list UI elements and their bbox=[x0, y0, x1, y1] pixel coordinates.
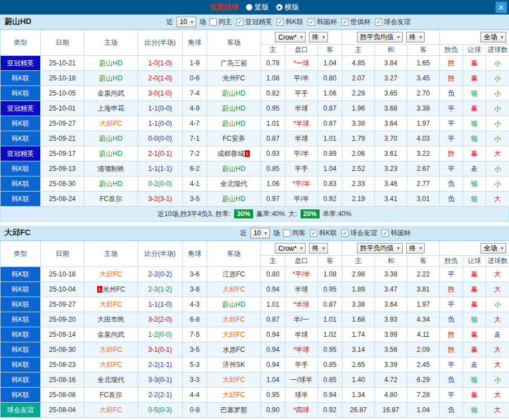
filter-label: 同客 bbox=[292, 228, 306, 238]
handicap-cell: 半球 bbox=[286, 101, 318, 116]
col-away: 客场 bbox=[207, 241, 261, 267]
goals-cell: 走 bbox=[486, 327, 509, 342]
avg-home-cell: 1.79 bbox=[342, 131, 375, 146]
team-name: 大邱FC bbox=[4, 228, 31, 238]
home-team-cell: FC首尔 bbox=[84, 388, 138, 403]
filter-checkbox[interactable]: ✓韩K联 bbox=[310, 228, 337, 238]
filter-checkbox[interactable]: ✓韩国杯 bbox=[382, 228, 411, 238]
avg-select[interactable]: 胜平负均值▼ bbox=[357, 32, 403, 42]
avg-away-cell: 3.45 bbox=[407, 71, 440, 86]
odds-company-select[interactable]: Crow*▼ bbox=[275, 32, 306, 42]
handicap-cell: 平手 bbox=[286, 357, 318, 373]
corner-cell: 6-2 bbox=[183, 161, 207, 176]
filter-checkbox[interactable]: 同客 bbox=[283, 228, 306, 238]
filter-checkbox[interactable]: ✓世俱杯 bbox=[341, 17, 370, 27]
layout-radio-vertical[interactable]: 竖版 bbox=[246, 2, 269, 12]
match-type-cell: 韩K联 bbox=[1, 388, 41, 403]
away-team-cell: 大邱FC bbox=[207, 282, 261, 297]
corner-cell: 7-1 bbox=[183, 131, 207, 146]
score-cell: 3-0(1-0) bbox=[138, 86, 183, 101]
handicap-cell: 平/半 bbox=[286, 192, 318, 207]
filter-checkbox[interactable]: ✓韩K联 bbox=[277, 17, 303, 27]
scope-select[interactable]: 全场▼ bbox=[481, 32, 506, 42]
avg-draw-cell: 3.99 bbox=[375, 327, 407, 342]
avg-state-select[interactable]: 终▼ bbox=[406, 32, 425, 42]
away-team-cell: 济州SK bbox=[207, 357, 261, 373]
filter-label: 球会友谊 bbox=[384, 17, 411, 27]
handicap-cell: *平/半 bbox=[286, 267, 318, 282]
home-team-cell: 蔚山HD bbox=[84, 176, 138, 192]
home-team-cell: 大邱FC bbox=[84, 297, 138, 312]
section-divider bbox=[0, 222, 509, 226]
odds-select-group: Crow*▼ 终▼ bbox=[261, 30, 342, 45]
match-row: 韩K联25-09-20大田市民3-2(2-0)6-8大邱FC0.87半/一1.0… bbox=[1, 312, 509, 327]
match-count-select[interactable]: 10 ▼ bbox=[177, 17, 196, 27]
scope-select[interactable]: 全场▼ bbox=[481, 243, 506, 254]
filter-checkbox-group: 同主✓亚冠精英✓韩K联✓韩国杯✓世俱杯✓球会友谊 bbox=[210, 17, 411, 27]
filter-checkbox[interactable]: ✓亚冠精英 bbox=[236, 17, 272, 27]
filter-checkbox[interactable]: 同主 bbox=[210, 17, 232, 27]
match-row: 韩K联25-09-13浦项制铁1-1(1-1)6-2蔚山HD0.85平手1.04… bbox=[1, 161, 509, 176]
goals-cell: 小 bbox=[486, 161, 509, 176]
result-cell: 负 bbox=[440, 176, 463, 192]
filter-checkbox[interactable]: ✓球会友谊 bbox=[341, 228, 377, 238]
avg-draw-cell: 3.84 bbox=[375, 56, 407, 71]
layout-radio-horizontal[interactable]: 横版 bbox=[276, 2, 299, 12]
corner-cell: 3-5 bbox=[183, 342, 207, 357]
odds-state-select[interactable]: 终▼ bbox=[309, 32, 328, 42]
filter-checkbox[interactable]: ✓韩国杯 bbox=[308, 17, 337, 27]
avg-state-select[interactable]: 终▼ bbox=[406, 243, 425, 254]
select-value: 全场 bbox=[484, 32, 497, 42]
filter-checkbox[interactable]: ✓球会友谊 bbox=[375, 17, 411, 27]
odds-away-cell: 1.02 bbox=[318, 327, 342, 342]
avg-away-cell: 2.77 bbox=[407, 176, 440, 192]
handicap-cell: 平/半 bbox=[286, 71, 318, 86]
score-cell: 2-1(0-1) bbox=[138, 146, 183, 161]
home-team-cell: 蔚山HD bbox=[84, 146, 138, 161]
avg-select[interactable]: 胜平负均值▼ bbox=[357, 243, 403, 254]
match-date-cell: 25-09-13 bbox=[41, 161, 84, 176]
handicap-cell: 球半 bbox=[286, 388, 318, 403]
col-avg-away: 客 bbox=[407, 256, 440, 267]
odds-state-select[interactable]: 终▼ bbox=[309, 243, 328, 254]
big-rate-badge: 20% bbox=[301, 209, 320, 218]
avg-draw-cell: 3.39 bbox=[375, 357, 407, 373]
corner-cell: 4-1 bbox=[183, 176, 207, 192]
result-cell: 负 bbox=[440, 373, 463, 388]
odds-away-cell: 0.95 bbox=[318, 342, 342, 357]
avg-home-cell: 2.33 bbox=[342, 176, 375, 192]
col-handicap: 盘口 bbox=[286, 256, 318, 267]
avg-home-cell: 2.19 bbox=[342, 192, 375, 207]
checkbox-checked-icon: ✓ bbox=[308, 18, 315, 26]
avg-home-cell: 1.34 bbox=[342, 388, 375, 403]
match-type-cell: 韩K联 bbox=[1, 342, 41, 357]
odds-away-cell: 0.83 bbox=[318, 176, 342, 192]
goals-cell: 大 bbox=[486, 388, 509, 403]
select-value: 终 bbox=[410, 32, 416, 42]
odds-away-cell: 1.01 bbox=[318, 312, 342, 327]
odds-home-cell: 0.78 bbox=[261, 56, 286, 71]
avg-away-cell: 3.81 bbox=[407, 282, 440, 297]
corner-cell: 0-8 bbox=[183, 403, 207, 418]
match-count-select[interactable]: 10 ▼ bbox=[250, 228, 270, 238]
close-button[interactable]: ✕ bbox=[496, 2, 507, 13]
score-cell: 3-2(3-1) bbox=[138, 192, 183, 207]
avg-away-cell: 3.22 bbox=[407, 146, 440, 161]
result-cell: 胜 bbox=[440, 146, 463, 161]
odds-select-group: Crow*▼ 终▼ bbox=[261, 241, 342, 256]
titlebar: 近期战绩 竖版 横版 ✕ bbox=[0, 0, 509, 15]
odds-away-cell: 0.80 bbox=[318, 71, 342, 86]
away-team-cell: 全北现代 bbox=[207, 176, 261, 192]
filter-label: 世俱杯 bbox=[350, 17, 370, 27]
result-cell: 平 bbox=[440, 357, 463, 373]
goals-cell: 大 bbox=[486, 267, 509, 282]
select-value: 终 bbox=[410, 244, 416, 253]
summary-text: 赢率:40% bbox=[256, 209, 285, 219]
odds-company-select[interactable]: Crow*▼ bbox=[275, 243, 306, 254]
avg-home-cell: 26.87 bbox=[342, 403, 375, 418]
handicap-cell: 一/球半 bbox=[286, 373, 318, 388]
match-date-cell: 25-10-18 bbox=[41, 71, 84, 86]
odds-home-cell: 1.08 bbox=[261, 71, 286, 86]
score-cell: 1-1(1-1) bbox=[138, 161, 183, 176]
match-row: 亚冠精英25-10-21蔚山HD1-0(1-0)1-9广岛三箭0.78*一球1.… bbox=[1, 56, 509, 71]
